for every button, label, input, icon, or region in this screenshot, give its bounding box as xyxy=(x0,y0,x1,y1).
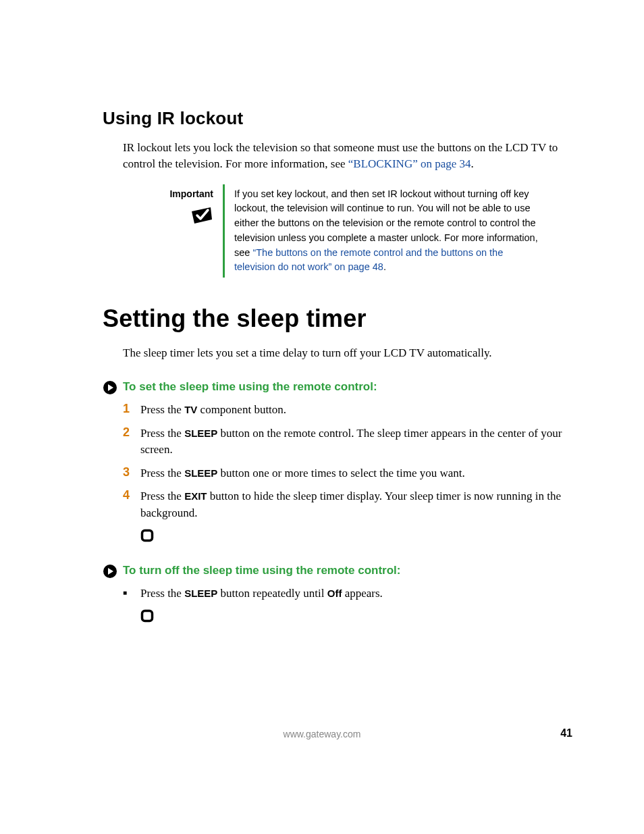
step-text: Press the EXIT button to hide the sleep … xyxy=(140,488,576,521)
step-2: 2 Press the SLEEP button on the remote c… xyxy=(123,425,576,459)
callout-side: Important xyxy=(123,184,223,278)
t: appears. xyxy=(342,587,382,600)
bold: SLEEP xyxy=(184,467,217,479)
paragraph-sleep-timer: The sleep timer lets you set a time dela… xyxy=(123,345,576,361)
step-number: 4 xyxy=(123,488,140,521)
step-3: 3 Press the SLEEP button one or more tim… xyxy=(123,465,576,482)
bullet-item: Press the SLEEP button repeatedly until … xyxy=(123,585,576,602)
bold: EXIT xyxy=(184,490,207,502)
procedure-set-sleep: To set the sleep time using the remote c… xyxy=(103,380,576,545)
t: Press the xyxy=(140,490,184,502)
text: . xyxy=(471,157,474,170)
end-of-procedure-icon xyxy=(140,609,576,625)
callout-body: If you set key lockout, and then set IR … xyxy=(223,184,576,278)
t: Press the xyxy=(140,427,184,440)
step-text: Press the SLEEP button one or more times… xyxy=(140,465,576,482)
step-4: 4 Press the EXIT button to hide the slee… xyxy=(123,488,576,521)
svg-rect-3 xyxy=(142,610,153,621)
step-text: Press the TV component button. xyxy=(140,402,576,419)
procedure-heading: To turn off the sleep time using the rem… xyxy=(123,564,576,577)
t: button repeatedly until xyxy=(217,587,327,600)
square-bullet-icon xyxy=(123,585,140,602)
callout-label: Important xyxy=(123,188,213,199)
heading-ir-lockout: Using IR lockout xyxy=(103,108,576,129)
link-buttons-do-not-work[interactable]: “The buttons on the remote control and t… xyxy=(234,247,503,273)
t: Press the xyxy=(140,403,184,416)
link-blocking[interactable]: “BLOCKING” on page 34 xyxy=(348,157,471,170)
play-arrow-icon xyxy=(103,380,117,398)
step-text: Press the SLEEP button on the remote con… xyxy=(140,425,576,459)
bullet-text: Press the SLEEP button repeatedly until … xyxy=(140,585,576,602)
t: button one or more times to select the t… xyxy=(217,467,464,479)
page-number: 41 xyxy=(560,727,572,739)
footer-url: www.gateway.com xyxy=(0,729,644,739)
callout-important: Important If you set key lockout, and th… xyxy=(123,184,576,278)
procedure-heading: To set the sleep time using the remote c… xyxy=(123,380,576,394)
bold: Off xyxy=(327,588,342,599)
heading-sleep-timer: Setting the sleep timer xyxy=(103,305,576,333)
procedure-turn-off-sleep: To turn off the sleep time using the rem… xyxy=(103,564,576,625)
step-number: 1 xyxy=(123,402,140,419)
end-of-procedure-icon xyxy=(140,529,576,545)
step-1: 1 Press the TV component button. xyxy=(123,402,576,419)
paragraph-ir-lockout: IR lockout lets you lock the television … xyxy=(123,140,576,172)
step-number: 3 xyxy=(123,465,140,482)
t: Press the xyxy=(140,467,184,479)
bold: SLEEP xyxy=(184,427,217,439)
checkmark-badge-icon xyxy=(190,206,213,228)
bold: TV xyxy=(184,404,197,415)
t: Press the xyxy=(140,587,184,600)
text: . xyxy=(383,261,386,272)
svg-rect-1 xyxy=(142,530,153,540)
step-number: 2 xyxy=(123,425,140,459)
bold: SLEEP xyxy=(184,588,217,599)
t: component button. xyxy=(197,403,286,416)
text: IR lockout lets you lock the television … xyxy=(123,141,558,170)
play-arrow-icon xyxy=(103,564,117,581)
